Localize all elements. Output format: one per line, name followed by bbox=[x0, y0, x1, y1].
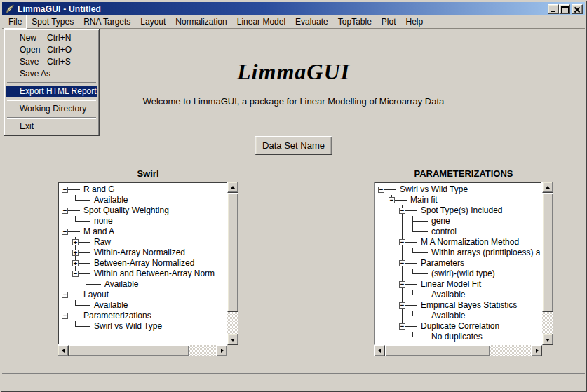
collapse-box-icon[interactable]: − bbox=[399, 281, 405, 288]
tree-gutter bbox=[60, 279, 70, 290]
collapse-box-icon[interactable]: − bbox=[399, 239, 405, 245]
tree-item-label[interactable]: Available bbox=[103, 279, 138, 290]
swirl-tree-vertical-scrollbar[interactable] bbox=[227, 182, 238, 345]
collapse-box-icon[interactable]: − bbox=[62, 229, 68, 235]
tree-item-label[interactable]: Spot Quality Weighting bbox=[82, 205, 169, 216]
collapse-box-icon[interactable]: − bbox=[399, 208, 405, 214]
menu-rna-targets[interactable]: RNA Targets bbox=[79, 15, 135, 29]
menu-linear-model[interactable]: Linear Model bbox=[232, 15, 290, 29]
menu-normalization[interactable]: Normalization bbox=[170, 15, 231, 29]
tree-item-label[interactable]: Layout bbox=[82, 290, 109, 300]
tree-item-label[interactable]: Raw bbox=[93, 237, 111, 248]
tree-item-label[interactable]: gene bbox=[430, 216, 450, 227]
tree-item-label[interactable]: Parameters bbox=[419, 258, 464, 269]
scrollbar-thumb[interactable] bbox=[542, 193, 553, 312]
menu-item-exit[interactable]: Exit bbox=[6, 121, 97, 133]
bottom-divider bbox=[2, 373, 585, 374]
menu-item-export-html-report[interactable]: Export HTML Report bbox=[6, 86, 97, 97]
tree-item-label[interactable]: Linear Model Fit bbox=[419, 279, 481, 290]
menu-item-save[interactable]: SaveCtrl+S bbox=[6, 56, 97, 68]
tree-gutter bbox=[60, 269, 70, 279]
menu-layout[interactable]: Layout bbox=[135, 15, 170, 29]
scroll-left-button[interactable] bbox=[374, 345, 385, 356]
titlebar[interactable]: LimmaGUI - Untitled bbox=[2, 2, 585, 15]
tree-item-label[interactable]: Within and Between-Array Norm bbox=[93, 269, 215, 279]
menu-item-working-directory[interactable]: Working Directory bbox=[6, 103, 97, 115]
expand-box-icon[interactable]: + bbox=[72, 250, 79, 256]
tree-item-label[interactable]: control bbox=[430, 227, 457, 237]
tree-item-label[interactable]: Parameterizations bbox=[82, 311, 151, 321]
tree-gutter bbox=[376, 237, 386, 248]
scrollbar-thumb[interactable] bbox=[385, 345, 490, 356]
collapse-box-icon[interactable]: − bbox=[399, 302, 405, 309]
tree-item-label[interactable]: R and G bbox=[82, 184, 115, 195]
right-arrow-icon bbox=[536, 349, 539, 353]
menu-plot[interactable]: Plot bbox=[377, 15, 401, 29]
expand-box-icon[interactable]: + bbox=[72, 239, 79, 245]
close-button[interactable] bbox=[572, 4, 583, 14]
scroll-down-button[interactable] bbox=[542, 334, 553, 345]
tree-item-label[interactable]: No duplicates bbox=[430, 332, 483, 342]
scroll-down-button[interactable] bbox=[227, 334, 238, 345]
tree-item-label[interactable]: none bbox=[93, 216, 113, 227]
tree-item-label[interactable]: Main fit bbox=[409, 195, 438, 205]
tree-gutter bbox=[386, 248, 397, 258]
menu-item-save-as[interactable]: Save As bbox=[6, 68, 97, 80]
collapse-box-icon[interactable]: − bbox=[62, 292, 68, 298]
tree-item-label[interactable]: Swirl vs Wild Type bbox=[93, 321, 162, 332]
scroll-right-button[interactable] bbox=[216, 345, 227, 356]
menu-evaluate[interactable]: Evaluate bbox=[290, 15, 333, 29]
collapse-box-icon[interactable]: − bbox=[399, 260, 405, 266]
minimize-button[interactable] bbox=[548, 4, 559, 14]
collapse-box-icon[interactable]: − bbox=[62, 208, 68, 214]
tree-item-label[interactable]: Within arrays (printtiploess) a bbox=[430, 248, 540, 258]
collapse-box-icon[interactable]: − bbox=[62, 187, 68, 193]
menubar: FileSpot TypesRNA TargetsLayoutNormaliza… bbox=[2, 15, 585, 29]
tree-item-label[interactable]: Spot Type(s) Included bbox=[419, 205, 503, 216]
tree-item-label[interactable]: Swirl vs Wild Type bbox=[398, 184, 468, 195]
scrollbar-thumb[interactable] bbox=[69, 345, 189, 356]
tree-item-label[interactable]: (swirl)-(wild type) bbox=[430, 269, 495, 279]
menu-item-new[interactable]: NewCtrl+N bbox=[6, 32, 97, 44]
tree-item-label[interactable]: Available bbox=[93, 300, 128, 311]
menu-item-open[interactable]: OpenCtrl+O bbox=[6, 44, 97, 56]
tree-item-label[interactable]: Between-Array Normalized bbox=[93, 258, 194, 269]
tree-gutter bbox=[60, 258, 70, 269]
collapse-box-icon[interactable]: − bbox=[389, 197, 395, 203]
scroll-up-button[interactable] bbox=[227, 182, 238, 193]
tree-item-label[interactable]: Empirical Bayes Statistics bbox=[419, 300, 517, 311]
tree-item-label[interactable]: Available bbox=[430, 290, 465, 300]
tree-item-label[interactable]: M A Normalization Method bbox=[419, 237, 519, 248]
tree-gutter bbox=[386, 227, 397, 237]
left-arrow-icon bbox=[62, 349, 65, 353]
tree-item-label[interactable]: Within-Array Normalized bbox=[93, 248, 185, 258]
scroll-right-button[interactable] bbox=[531, 345, 542, 356]
collapse-box-icon[interactable]: − bbox=[62, 313, 68, 319]
up-arrow-icon bbox=[546, 186, 550, 189]
tree-item-label[interactable]: Available bbox=[430, 311, 465, 321]
scrollbar-thumb[interactable] bbox=[227, 193, 238, 312]
tree-item-label[interactable]: Available bbox=[93, 195, 128, 205]
tree-branch-line bbox=[418, 216, 430, 227]
menu-spot-types[interactable]: Spot Types bbox=[27, 15, 79, 29]
collapse-box-icon[interactable]: − bbox=[378, 187, 384, 193]
parameterizations-tree[interactable]: −Swirl vs Wild Type−Main fit−Spot Type(s… bbox=[374, 182, 542, 345]
menu-file[interactable]: File bbox=[4, 15, 27, 29]
maximize-button[interactable] bbox=[559, 4, 570, 14]
tree-item-label[interactable]: Duplicate Correlation bbox=[419, 321, 499, 332]
data-set-name-button[interactable]: Data Set Name bbox=[255, 136, 332, 155]
window-title: LimmaGUI - Untitled bbox=[18, 4, 101, 14]
menu-help[interactable]: Help bbox=[401, 15, 429, 29]
menu-toptable[interactable]: TopTable bbox=[333, 15, 377, 29]
swirl-tree-horizontal-scrollbar[interactable] bbox=[58, 345, 227, 356]
parameterizations-tree-horizontal-scrollbar[interactable] bbox=[374, 345, 542, 356]
collapse-box-icon[interactable]: − bbox=[72, 271, 79, 277]
tree-row: gene bbox=[376, 216, 541, 227]
tree-item-label[interactable]: M and A bbox=[82, 227, 114, 237]
expand-box-icon[interactable]: + bbox=[72, 260, 79, 266]
scroll-up-button[interactable] bbox=[542, 182, 553, 193]
scroll-left-button[interactable] bbox=[58, 345, 69, 356]
collapse-box-icon[interactable]: − bbox=[399, 323, 405, 330]
swirl-tree[interactable]: −R and GAvailable−Spot Quality Weighting… bbox=[58, 182, 227, 345]
parameterizations-tree-vertical-scrollbar[interactable] bbox=[542, 182, 553, 345]
